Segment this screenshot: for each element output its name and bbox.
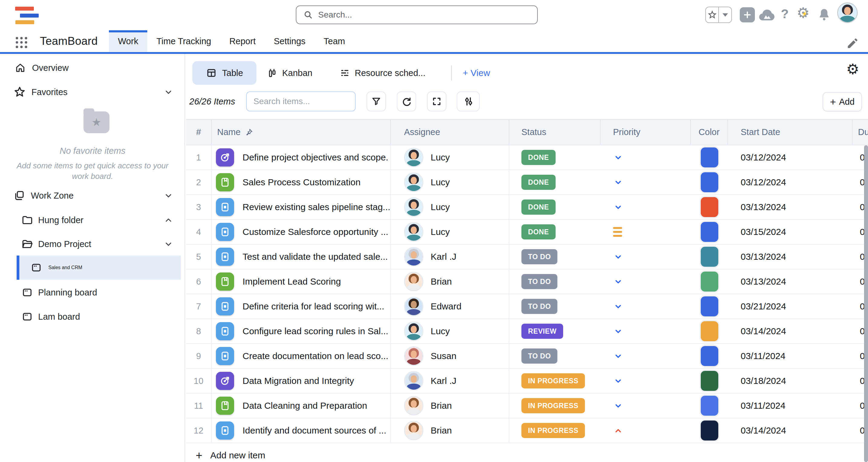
color-cell[interactable] xyxy=(691,269,728,294)
user-avatar[interactable] xyxy=(837,2,858,23)
color-cell[interactable] xyxy=(691,344,728,368)
status-cell[interactable]: TO DO xyxy=(509,269,601,294)
status-badge[interactable]: DONE xyxy=(521,200,556,215)
global-search-input[interactable] xyxy=(318,10,537,20)
sidebar-item-sales-and-crm[interactable]: Sales and CRM xyxy=(17,256,181,280)
tab-settings[interactable]: Settings xyxy=(265,30,314,52)
start-date[interactable]: 03/14/2024 xyxy=(728,418,852,443)
color-swatch[interactable] xyxy=(701,396,718,416)
start-date[interactable]: 03/21/2024 xyxy=(728,294,852,318)
priority-cell[interactable] xyxy=(601,195,691,219)
priority-cell[interactable] xyxy=(601,294,691,318)
global-search[interactable] xyxy=(296,5,538,24)
status-badge[interactable]: TO DO xyxy=(521,299,557,314)
chevron-down-icon[interactable] xyxy=(164,191,173,200)
name-cell[interactable]: Define project objectives and scope. xyxy=(212,145,391,170)
task-name[interactable]: Define project objectives and scope. xyxy=(243,152,388,163)
status-cell[interactable]: DONE xyxy=(509,170,601,194)
assignee-cell[interactable]: Lucy xyxy=(391,170,509,194)
task-name[interactable]: Review existing sales pipeline stag... xyxy=(243,202,391,212)
view-tab-kanban[interactable]: Kanban xyxy=(267,61,312,85)
sidebar-item-work-zone[interactable]: Work Zone xyxy=(0,187,185,204)
color-cell[interactable] xyxy=(691,244,728,269)
status-badge[interactable]: IN PROGRESS xyxy=(521,398,585,413)
column-settings-button[interactable] xyxy=(457,91,480,111)
color-cell[interactable] xyxy=(691,195,728,219)
items-search[interactable] xyxy=(246,91,356,111)
start-date[interactable]: 03/13/2024 xyxy=(728,269,852,294)
task-name[interactable]: Identify and document sources of ... xyxy=(243,425,386,436)
column-header-color[interactable]: Color xyxy=(691,120,728,145)
start-date[interactable]: 03/13/2024 xyxy=(728,195,852,219)
sidebar-item-hung-folder[interactable]: Hung folder xyxy=(0,212,185,229)
color-swatch[interactable] xyxy=(701,197,718,217)
color-swatch[interactable] xyxy=(701,321,718,341)
notifications-bell-icon[interactable] xyxy=(816,7,832,22)
board-settings-gear-icon[interactable]: ⚙ xyxy=(846,61,859,78)
view-tab-resource-scheduling[interactable]: Resource sched... xyxy=(339,61,426,85)
color-swatch[interactable] xyxy=(701,247,718,267)
status-badge[interactable]: TO DO xyxy=(521,274,557,289)
vertical-scrollbar[interactable] xyxy=(864,145,868,462)
status-cell[interactable]: DONE xyxy=(509,145,601,170)
name-cell[interactable]: Test and validate the updated sale... xyxy=(212,244,391,269)
assignee-cell[interactable]: Karl .J xyxy=(391,244,509,269)
table-row[interactable]: 5 Test and validate the updated sale... … xyxy=(186,244,868,269)
spaces-icon[interactable] xyxy=(757,7,776,23)
start-date[interactable]: 03/13/2024 xyxy=(728,244,852,269)
color-cell[interactable] xyxy=(691,394,728,418)
assignee-cell[interactable]: Lucy xyxy=(391,145,509,170)
status-cell[interactable]: IN PROGRESS xyxy=(509,394,601,418)
status-cell[interactable]: TO DO xyxy=(509,344,601,368)
task-name[interactable]: Implement Lead Scoring xyxy=(243,277,341,287)
task-name[interactable]: Sales Process Customization xyxy=(243,177,361,187)
star-icon[interactable] xyxy=(706,7,719,22)
priority-cell[interactable] xyxy=(601,369,691,393)
tab-time-tracking[interactable]: Time Tracking xyxy=(147,30,220,52)
table-row[interactable]: 4 Customize Salesforce opportunity ... L… xyxy=(186,220,868,244)
name-cell[interactable]: Data Cleaning and Preparation xyxy=(212,394,391,418)
color-swatch[interactable] xyxy=(701,421,718,440)
column-header-status[interactable]: Status xyxy=(509,120,601,145)
name-cell[interactable]: Create documentation on lead sco... xyxy=(212,344,391,368)
priority-cell[interactable] xyxy=(601,418,691,443)
status-badge[interactable]: TO DO xyxy=(521,348,557,364)
priority-cell[interactable] xyxy=(601,319,691,343)
color-cell[interactable] xyxy=(691,369,728,393)
assignee-cell[interactable]: Edward xyxy=(391,294,509,318)
sidebar-item-overview[interactable]: Overview xyxy=(0,59,185,76)
status-badge[interactable]: IN PROGRESS xyxy=(521,373,585,388)
start-date[interactable]: 03/15/2024 xyxy=(728,220,852,244)
tab-work[interactable]: Work xyxy=(109,30,147,52)
table-row[interactable]: 3 Review existing sales pipeline stag...… xyxy=(186,195,868,220)
assignee-cell[interactable]: Brian xyxy=(391,418,509,443)
tab-team[interactable]: Team xyxy=(314,30,354,52)
settings-gear-icon[interactable]: ⚙⚡ xyxy=(797,4,810,21)
filter-button[interactable] xyxy=(367,91,386,111)
name-cell[interactable]: Identify and document sources of ... xyxy=(212,418,391,443)
assignee-cell[interactable]: Brian xyxy=(391,394,509,418)
name-cell[interactable]: Configure lead scoring rules in Sal... xyxy=(212,319,391,343)
apps-grid-icon[interactable] xyxy=(16,37,28,49)
table-row[interactable]: 9 Create documentation on lead sco... Su… xyxy=(186,344,868,369)
add-view-button[interactable]: + View xyxy=(463,61,490,85)
fullscreen-button[interactable] xyxy=(427,91,446,111)
status-badge[interactable]: REVIEW xyxy=(521,324,563,339)
color-swatch[interactable] xyxy=(701,222,718,242)
color-cell[interactable] xyxy=(691,319,728,343)
column-header-assignee[interactable]: Assignee xyxy=(391,120,509,145)
start-date[interactable]: 03/11/2024 xyxy=(728,344,852,368)
task-name[interactable]: Create documentation on lead sco... xyxy=(243,351,388,361)
app-logo-icon[interactable] xyxy=(14,6,39,25)
refresh-button[interactable] xyxy=(397,91,416,111)
priority-cell[interactable] xyxy=(601,269,691,294)
color-cell[interactable] xyxy=(691,170,728,194)
table-row[interactable]: 2 Sales Process Customization Lucy DONE xyxy=(186,170,868,195)
priority-cell[interactable] xyxy=(601,244,691,269)
favorite-dropdown-icon[interactable] xyxy=(719,7,731,22)
column-header-number[interactable]: # xyxy=(186,120,212,145)
priority-cell[interactable] xyxy=(601,170,691,194)
status-cell[interactable]: REVIEW xyxy=(509,319,601,343)
column-header-priority[interactable]: Priority xyxy=(601,120,691,145)
color-cell[interactable] xyxy=(691,220,728,244)
